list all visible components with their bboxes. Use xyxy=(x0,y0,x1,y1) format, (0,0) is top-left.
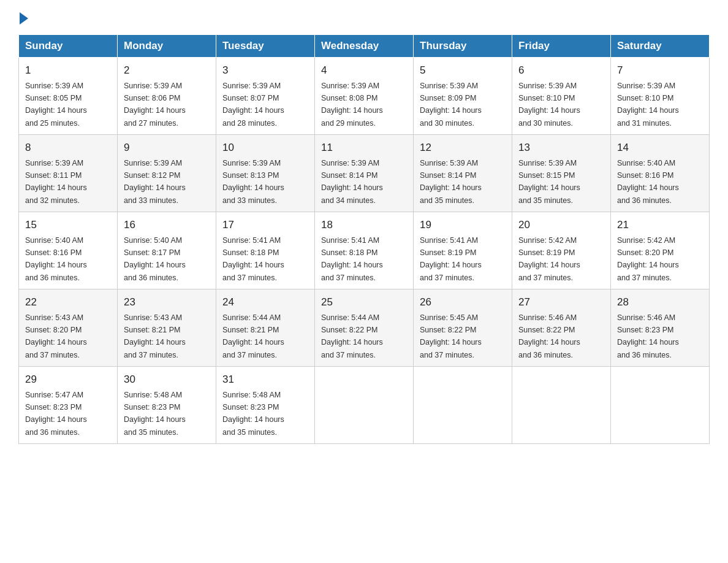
day-number: 10 xyxy=(222,140,308,156)
calendar-day-cell: 18 Sunrise: 5:41 AMSunset: 8:18 PMDaylig… xyxy=(315,212,414,289)
day-info: Sunrise: 5:43 AMSunset: 8:20 PMDaylight:… xyxy=(25,313,87,359)
day-number: 26 xyxy=(420,294,506,310)
calendar-day-cell: 7 Sunrise: 5:39 AMSunset: 8:10 PMDayligh… xyxy=(611,58,710,135)
day-info: Sunrise: 5:39 AMSunset: 8:10 PMDaylight:… xyxy=(518,82,580,128)
day-info: Sunrise: 5:45 AMSunset: 8:22 PMDaylight:… xyxy=(420,313,482,359)
day-info: Sunrise: 5:39 AMSunset: 8:13 PMDaylight:… xyxy=(222,159,284,205)
calendar-day-cell: 28 Sunrise: 5:46 AMSunset: 8:23 PMDaylig… xyxy=(611,289,710,367)
day-info: Sunrise: 5:40 AMSunset: 8:16 PMDaylight:… xyxy=(617,159,679,205)
day-info: Sunrise: 5:41 AMSunset: 8:18 PMDaylight:… xyxy=(222,236,284,282)
day-number: 17 xyxy=(222,217,308,233)
weekday-header-tuesday: Tuesday xyxy=(216,35,315,58)
calendar-day-cell: 3 Sunrise: 5:39 AMSunset: 8:07 PMDayligh… xyxy=(216,58,315,135)
calendar-day-cell: 9 Sunrise: 5:39 AMSunset: 8:12 PMDayligh… xyxy=(118,135,216,212)
calendar-day-cell: 1 Sunrise: 5:39 AMSunset: 8:05 PMDayligh… xyxy=(19,58,118,135)
day-number: 29 xyxy=(25,372,111,388)
calendar-day-cell: 21 Sunrise: 5:42 AMSunset: 8:20 PMDaylig… xyxy=(611,212,710,289)
calendar-day-cell: 12 Sunrise: 5:39 AMSunset: 8:14 PMDaylig… xyxy=(414,135,512,212)
weekday-header-wednesday: Wednesday xyxy=(315,35,414,58)
day-info: Sunrise: 5:39 AMSunset: 8:08 PMDaylight:… xyxy=(321,82,383,128)
weekday-header-saturday: Saturday xyxy=(611,35,710,58)
calendar-week-row: 29 Sunrise: 5:47 AMSunset: 8:23 PMDaylig… xyxy=(19,367,710,444)
calendar-week-row: 15 Sunrise: 5:40 AMSunset: 8:16 PMDaylig… xyxy=(19,212,710,289)
day-number: 15 xyxy=(25,217,111,233)
day-info: Sunrise: 5:39 AMSunset: 8:09 PMDaylight:… xyxy=(420,82,482,128)
calendar-day-cell: 15 Sunrise: 5:40 AMSunset: 8:16 PMDaylig… xyxy=(19,212,118,289)
day-number: 2 xyxy=(124,63,210,79)
calendar-week-row: 1 Sunrise: 5:39 AMSunset: 8:05 PMDayligh… xyxy=(19,58,710,135)
weekday-header-thursday: Thursday xyxy=(414,35,512,58)
calendar-day-cell: 30 Sunrise: 5:48 AMSunset: 8:23 PMDaylig… xyxy=(118,367,216,444)
logo-arrow-icon xyxy=(20,12,28,25)
day-number: 20 xyxy=(518,217,604,233)
calendar-day-cell: 4 Sunrise: 5:39 AMSunset: 8:08 PMDayligh… xyxy=(315,58,414,135)
day-info: Sunrise: 5:39 AMSunset: 8:12 PMDaylight:… xyxy=(124,159,186,205)
day-number: 24 xyxy=(222,294,308,310)
day-info: Sunrise: 5:39 AMSunset: 8:15 PMDaylight:… xyxy=(518,159,580,205)
day-number: 13 xyxy=(518,140,604,156)
day-number: 27 xyxy=(518,294,604,310)
calendar-day-cell: 26 Sunrise: 5:45 AMSunset: 8:22 PMDaylig… xyxy=(414,289,512,367)
day-info: Sunrise: 5:44 AMSunset: 8:21 PMDaylight:… xyxy=(222,313,284,359)
day-info: Sunrise: 5:39 AMSunset: 8:07 PMDaylight:… xyxy=(222,82,284,128)
day-number: 1 xyxy=(25,63,111,79)
day-info: Sunrise: 5:47 AMSunset: 8:23 PMDaylight:… xyxy=(25,391,87,437)
calendar-day-cell: 23 Sunrise: 5:43 AMSunset: 8:21 PMDaylig… xyxy=(118,289,216,367)
day-info: Sunrise: 5:43 AMSunset: 8:21 PMDaylight:… xyxy=(124,313,186,359)
day-number: 23 xyxy=(124,294,210,310)
calendar-day-cell: 6 Sunrise: 5:39 AMSunset: 8:10 PMDayligh… xyxy=(512,58,611,135)
calendar-day-cell: 2 Sunrise: 5:39 AMSunset: 8:06 PMDayligh… xyxy=(118,58,216,135)
calendar-day-cell xyxy=(611,367,710,444)
day-number: 30 xyxy=(124,372,210,388)
day-number: 28 xyxy=(617,294,703,310)
day-info: Sunrise: 5:42 AMSunset: 8:20 PMDaylight:… xyxy=(617,236,679,282)
day-number: 12 xyxy=(420,140,506,156)
day-number: 25 xyxy=(321,294,407,310)
day-info: Sunrise: 5:41 AMSunset: 8:18 PMDaylight:… xyxy=(321,236,383,282)
day-number: 6 xyxy=(518,63,604,79)
calendar-day-cell xyxy=(315,367,414,444)
calendar-day-cell: 20 Sunrise: 5:42 AMSunset: 8:19 PMDaylig… xyxy=(512,212,611,289)
calendar-day-cell: 10 Sunrise: 5:39 AMSunset: 8:13 PMDaylig… xyxy=(216,135,315,212)
day-number: 31 xyxy=(222,372,308,388)
day-number: 4 xyxy=(321,63,407,79)
day-number: 8 xyxy=(25,140,111,156)
calendar-week-row: 8 Sunrise: 5:39 AMSunset: 8:11 PMDayligh… xyxy=(19,135,710,212)
day-number: 14 xyxy=(617,140,703,156)
day-info: Sunrise: 5:40 AMSunset: 8:17 PMDaylight:… xyxy=(124,236,186,282)
day-number: 5 xyxy=(420,63,506,79)
day-info: Sunrise: 5:39 AMSunset: 8:10 PMDaylight:… xyxy=(617,82,679,128)
day-info: Sunrise: 5:41 AMSunset: 8:19 PMDaylight:… xyxy=(420,236,482,282)
day-number: 16 xyxy=(124,217,210,233)
day-number: 18 xyxy=(321,217,407,233)
day-info: Sunrise: 5:39 AMSunset: 8:06 PMDaylight:… xyxy=(124,82,186,128)
calendar-day-cell: 16 Sunrise: 5:40 AMSunset: 8:17 PMDaylig… xyxy=(118,212,216,289)
calendar-day-cell: 22 Sunrise: 5:43 AMSunset: 8:20 PMDaylig… xyxy=(19,289,118,367)
calendar-day-cell: 19 Sunrise: 5:41 AMSunset: 8:19 PMDaylig… xyxy=(414,212,512,289)
day-info: Sunrise: 5:46 AMSunset: 8:22 PMDaylight:… xyxy=(518,313,580,359)
day-info: Sunrise: 5:46 AMSunset: 8:23 PMDaylight:… xyxy=(617,313,679,359)
calendar-day-cell: 24 Sunrise: 5:44 AMSunset: 8:21 PMDaylig… xyxy=(216,289,315,367)
page-header xyxy=(18,12,710,25)
day-number: 7 xyxy=(617,63,703,79)
calendar-day-cell: 29 Sunrise: 5:47 AMSunset: 8:23 PMDaylig… xyxy=(19,367,118,444)
day-info: Sunrise: 5:39 AMSunset: 8:14 PMDaylight:… xyxy=(321,159,383,205)
day-number: 19 xyxy=(420,217,506,233)
calendar-day-cell xyxy=(414,367,512,444)
day-number: 9 xyxy=(124,140,210,156)
day-info: Sunrise: 5:44 AMSunset: 8:22 PMDaylight:… xyxy=(321,313,383,359)
day-info: Sunrise: 5:39 AMSunset: 8:11 PMDaylight:… xyxy=(25,159,87,205)
day-info: Sunrise: 5:40 AMSunset: 8:16 PMDaylight:… xyxy=(25,236,87,282)
calendar-day-cell: 11 Sunrise: 5:39 AMSunset: 8:14 PMDaylig… xyxy=(315,135,414,212)
calendar-day-cell: 25 Sunrise: 5:44 AMSunset: 8:22 PMDaylig… xyxy=(315,289,414,367)
day-info: Sunrise: 5:48 AMSunset: 8:23 PMDaylight:… xyxy=(222,391,284,437)
day-info: Sunrise: 5:39 AMSunset: 8:05 PMDaylight:… xyxy=(25,82,87,128)
calendar-day-cell xyxy=(512,367,611,444)
calendar-day-cell: 17 Sunrise: 5:41 AMSunset: 8:18 PMDaylig… xyxy=(216,212,315,289)
calendar-day-cell: 14 Sunrise: 5:40 AMSunset: 8:16 PMDaylig… xyxy=(611,135,710,212)
weekday-header-monday: Monday xyxy=(118,35,216,58)
day-number: 21 xyxy=(617,217,703,233)
weekday-header-row: SundayMondayTuesdayWednesdayThursdayFrid… xyxy=(19,35,710,58)
day-info: Sunrise: 5:39 AMSunset: 8:14 PMDaylight:… xyxy=(420,159,482,205)
day-number: 3 xyxy=(222,63,308,79)
